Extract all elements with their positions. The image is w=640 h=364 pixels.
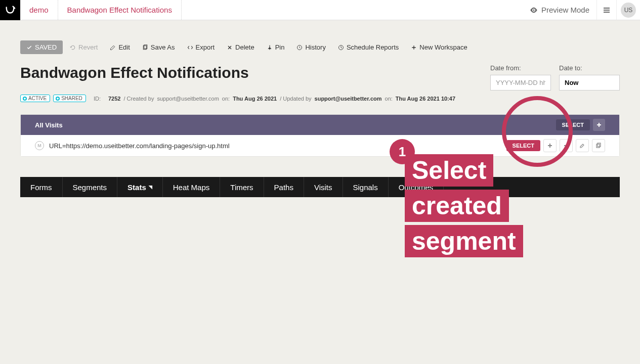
segment-header: All Visits SELECT: [21, 115, 619, 135]
edit-icon: [110, 44, 116, 51]
meta-created-on: Thu Aug 26 2021: [233, 96, 277, 102]
edit-button[interactable]: Edit: [105, 40, 135, 54]
check-icon: [26, 44, 32, 51]
add-row-button[interactable]: [543, 139, 557, 152]
date-to-filter: Date to:: [559, 64, 620, 90]
hamburger-icon: [603, 6, 611, 14]
history-icon: [296, 44, 303, 51]
tab-timers[interactable]: Timers: [220, 177, 264, 197]
preview-mode-label: Preview Mode: [541, 6, 589, 14]
revert-icon: [70, 44, 76, 51]
edit-row-button[interactable]: [576, 139, 589, 152]
svg-rect-5: [596, 144, 600, 148]
segment-header-label: All Visits: [35, 121, 63, 129]
save-as-button[interactable]: Save As: [137, 40, 180, 54]
plus-icon: [547, 143, 553, 149]
copy-row-button[interactable]: [592, 139, 605, 152]
logo-icon: [5, 5, 16, 16]
plus-icon: [596, 122, 602, 128]
tab-heatmaps[interactable]: Heat Maps: [163, 177, 221, 197]
shared-badge: SHARED: [53, 95, 86, 102]
x-icon: [227, 44, 233, 51]
segment-table: All Visits SELECT M URL=https://demo.use…: [20, 114, 620, 157]
tab-signals[interactable]: Signals: [343, 177, 389, 197]
eye-icon: [529, 6, 538, 15]
tab-stats[interactable]: Stats◥: [117, 177, 163, 197]
svg-rect-6: [598, 143, 601, 147]
user-avatar[interactable]: US: [621, 3, 636, 18]
pin-icon: [267, 44, 273, 51]
saved-button: SAVED: [20, 40, 63, 54]
app-logo[interactable]: [0, 0, 20, 20]
tab-visits[interactable]: Visits: [304, 177, 343, 197]
code-icon: [187, 44, 193, 51]
tab-forms[interactable]: Forms: [20, 177, 63, 197]
schedule-button[interactable]: Schedule Reports: [333, 40, 404, 54]
select-header-button[interactable]: SELECT: [556, 119, 590, 130]
svg-point-0: [533, 9, 534, 11]
segment-row: M URL=https://demo.useitbetter.com/landi…: [21, 135, 619, 156]
preview-mode-toggle[interactable]: Preview Mode: [522, 0, 596, 20]
copy-icon: [595, 143, 602, 149]
meta-created-by: support@useitbetter.com: [157, 96, 219, 102]
tab-nav: Forms Segments Stats◥ Heat Maps Timers P…: [20, 177, 620, 197]
breadcrumb-page[interactable]: Bandwagon Effect Notifications: [58, 0, 182, 20]
active-badge: ACTIVE: [20, 95, 50, 102]
revert-button: Revert: [65, 40, 103, 54]
match-badge: M: [35, 141, 44, 150]
menu-button[interactable]: [596, 0, 617, 20]
tab-paths[interactable]: Paths: [264, 177, 304, 197]
new-workspace-button[interactable]: New Workspace: [406, 40, 472, 54]
page-title: Bandwagon Effect Notifications: [20, 64, 249, 81]
top-header: demo Bandwagon Effect Notifications Prev…: [0, 0, 640, 20]
meta-updated-on: Thu Aug 26 2021 10:47: [396, 96, 455, 102]
date-from-input[interactable]: [490, 75, 551, 90]
clock-icon: [338, 44, 344, 51]
select-row-button[interactable]: SELECT: [506, 140, 540, 151]
annotation-line-1: Select: [405, 154, 493, 187]
meta-updated-by: support@useitbetter.com: [315, 96, 382, 102]
date-to-label: Date to:: [559, 64, 620, 72]
tab-segments[interactable]: Segments: [63, 177, 118, 197]
add-header-button[interactable]: [593, 119, 605, 131]
breadcrumb-demo[interactable]: demo: [20, 0, 58, 20]
export-button[interactable]: Export: [182, 40, 220, 54]
date-from-label: Date from:: [490, 64, 551, 72]
history-button[interactable]: History: [291, 40, 330, 54]
meta-row: ACTIVE SHARED ID: 7252 / Created by supp…: [20, 95, 620, 102]
meta-id: 7252: [108, 96, 120, 102]
copy-icon: [142, 44, 148, 51]
minus-icon: [563, 143, 569, 149]
edit-icon: [579, 143, 585, 149]
remove-row-button[interactable]: [560, 139, 573, 152]
action-toolbar: SAVED Revert Edit Save As Export Delete …: [20, 40, 620, 54]
annotation-line-2: created: [405, 190, 509, 222]
annotation-line-3: segment: [405, 225, 523, 257]
segment-url: URL=https://demo.useitbetter.com/landing…: [49, 142, 230, 150]
annotation-number: 1: [390, 139, 415, 164]
date-from-filter: Date from:: [490, 64, 551, 90]
pin-button[interactable]: Pin: [262, 40, 290, 54]
delete-button[interactable]: Delete: [222, 40, 260, 54]
date-to-input[interactable]: [559, 75, 620, 90]
rss-icon: ◥: [149, 185, 152, 190]
plus-icon: [411, 44, 417, 51]
